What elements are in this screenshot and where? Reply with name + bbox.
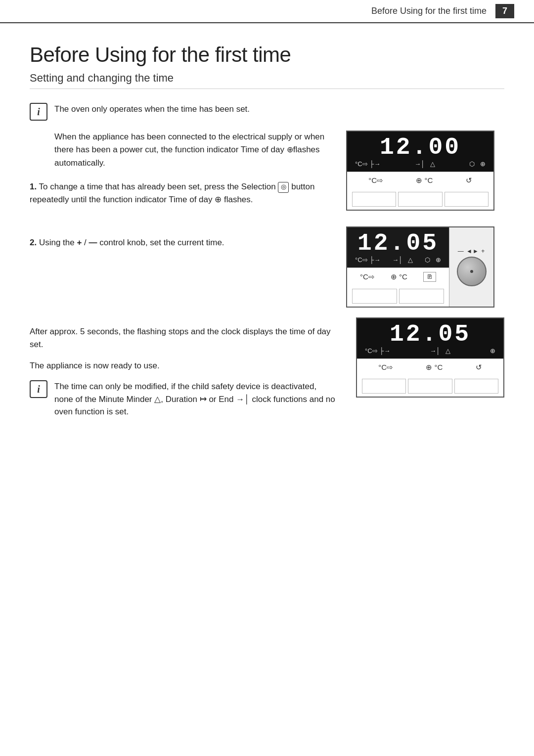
disp-screen-3: 12.05 °C⇨ ├→ →│ △ ⊕ [357,318,503,358]
label-clock-3: ⊕ °C [426,363,443,372]
selection-button-icon: ◎ [278,182,289,193]
step-1: 1. To change a time that has already bee… [30,180,326,207]
oven-diagram-1: 12.00 °C⇨ ├→ →│ △ ⬡ ⊕ °C⇨ ⊕ °C ↺ [346,131,494,211]
disp-bottom-row-1: °C⇨ ⊕ °C ↺ [347,172,493,189]
disp-cells-row-2 [347,286,449,307]
after-para-1: After approx. 5 seconds, the flashing st… [30,325,336,352]
cell-2b [399,289,444,304]
knob-label: — ◄► + [458,248,485,255]
text-column: When the appliance has been connected to… [30,131,326,261]
step-2: 2. Using the + / — control knob, set the… [30,236,326,249]
header: Before Using for the first time 7 [0,0,534,23]
icon-right-2: ⬡ ⊕ [425,256,441,264]
disp-cells-row-1 [347,189,493,210]
icon-left-1: °C⇨ ├→ [355,160,380,168]
disp-bottom-row-3: °C⇨ ⊕ °C ↺ [357,358,503,376]
cell-2a [352,289,397,304]
disp-left-part: 12.05 °C⇨ ├→ →│ △ ⬡ ⊕ °C⇨ ⊕ °C [347,227,449,307]
disp-screen-2: 12.05 °C⇨ ├→ →│ △ ⬡ ⊕ [347,227,449,267]
label-power-3: ↺ [476,363,482,372]
bottom-diag-col: 12.05 °C⇨ ├→ →│ △ ⊕ °C⇨ ⊕ °C ↺ [356,317,504,428]
icon-mid-1: →│ △ [414,160,435,168]
step-1-text: 1. To change a time that has already bee… [30,180,326,207]
icon-mid-2: →│ △ [392,256,413,264]
disp-icons-row-1: °C⇨ ├→ →│ △ ⬡ ⊕ [352,159,489,169]
disp-knob-section: 12.05 °C⇨ ├→ →│ △ ⬡ ⊕ °C⇨ ⊕ °C [347,227,493,307]
info-box-2: i The time can only be modified, if the … [30,380,336,418]
duration-label: Duration [166,395,197,404]
icon-left-2: °C⇨ ├→ [355,256,380,264]
cell-3c [454,379,498,394]
step-1-number: 1. [30,182,37,191]
disp-time-3: 12.05 [362,322,498,346]
oven-diagram-3: 12.05 °C⇨ ├→ →│ △ ⊕ °C⇨ ⊕ °C ↺ [356,317,504,398]
intro-paragraph: When the appliance has been connected to… [54,131,326,170]
disp-time-1: 12.00 [352,135,489,159]
cell-3a [362,379,406,394]
label-power-1: ↺ [466,176,472,185]
content-area: When the appliance has been connected to… [30,131,504,308]
icon-left-3: °C⇨ ├→ [365,347,390,355]
cell-1b [398,192,442,207]
disp-screen-1: 12.00 °C⇨ ├→ →│ △ ⬡ ⊕ [347,132,493,172]
label-clock-2: ⊕ °C [391,272,407,281]
main-content: Before Using for the first time Setting … [0,23,534,458]
control-knob[interactable] [457,257,487,286]
icon-mid-3: →│ △ [430,347,450,355]
step-2-text: 2. Using the + / — control knob, set the… [30,236,326,249]
label-celsius-arrow-1: °C⇨ [368,176,383,185]
label-celsius-arrow-2: °C⇨ [360,272,375,281]
label-celsius-arrow-3: °C⇨ [378,363,393,372]
label-counter-2: 🖹 [423,272,436,282]
disp-knob-part: — ◄► + [449,227,493,307]
info-icon-2: i [30,380,47,398]
disp-cells-row-3 [357,376,503,397]
oven-diagram-2: 12.05 °C⇨ ├→ →│ △ ⬡ ⊕ °C⇨ ⊕ °C [346,226,494,308]
header-title: Before Using for the first time [371,6,487,16]
info-box-1: i The oven only operates when the time h… [30,103,504,121]
bottom-section: After approx. 5 seconds, the flashing st… [30,317,504,428]
disp-bottom-row-2: °C⇨ ⊕ °C 🖹 [347,267,449,286]
page-title: Before Using for the first time [30,43,504,67]
info-text-2: The time can only be modified, if the ch… [54,380,336,418]
icon-right-3: ⊕ [490,347,495,355]
diagram-column: 12.00 °C⇨ ├→ →│ △ ⬡ ⊕ °C⇨ ⊕ °C ↺ [346,131,504,308]
info-text-1: The oven only operates when the time has… [54,103,250,116]
cell-3b [408,379,452,394]
icon-right-1: ⬡ ⊕ [469,160,486,168]
section-subtitle: Setting and changing the time [30,72,504,89]
step-2-number: 2. [30,238,37,247]
info-icon-1: i [30,103,47,121]
disp-time-2: 12.05 [352,231,444,255]
after-para-2: The appliance is now ready to use. [30,359,336,372]
label-clock-1: ⊕ °C [416,176,433,185]
cell-1a [352,192,396,207]
cell-1c [445,192,489,207]
page-number: 7 [495,4,514,18]
disp-icons-row-3: °C⇨ ├→ →│ △ ⊕ [362,346,498,356]
bottom-text-col: After approx. 5 seconds, the flashing st… [30,317,336,428]
disp-icons-row-2: °C⇨ ├→ →│ △ ⬡ ⊕ [352,255,444,265]
